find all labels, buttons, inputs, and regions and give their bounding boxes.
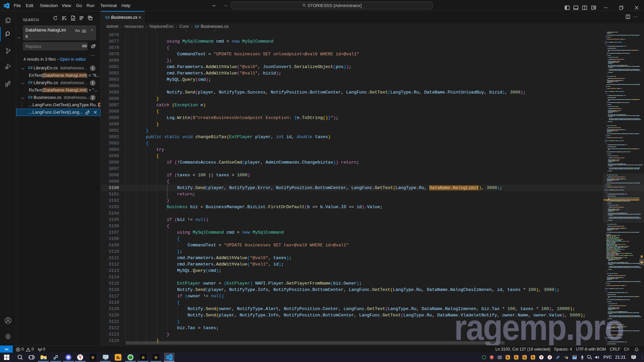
svg-text:HS: HS — [129, 356, 132, 359]
svg-text:R: R — [523, 356, 526, 359]
svg-text:R: R — [155, 356, 157, 360]
svg-text:R: R — [116, 355, 119, 360]
svg-text:R: R — [92, 356, 94, 360]
svg-text:R: R — [142, 356, 145, 360]
svg-text:R: R — [532, 356, 534, 359]
svg-text:R: R — [515, 356, 517, 359]
svg-text:R: R — [506, 356, 509, 359]
